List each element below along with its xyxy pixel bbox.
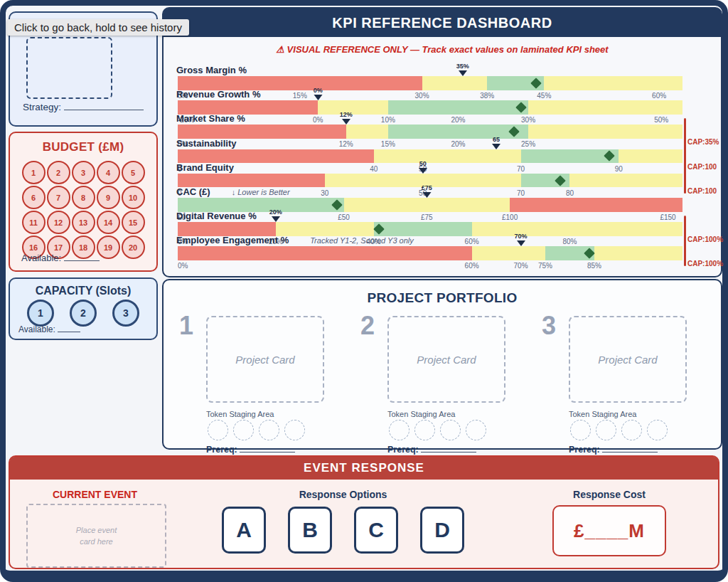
kpi-name: Brand Equity: [176, 162, 234, 173]
kpi-name: Sustainability: [176, 138, 237, 149]
response-option-card-b[interactable]: B: [288, 507, 332, 554]
prereq-row: Prereq:: [569, 444, 658, 455]
kpi-zone-red: [178, 246, 472, 260]
kpi-name: Employee Engagement %: [176, 235, 289, 245]
kpi-cap-line: [684, 118, 686, 144]
kpi-cap-line: [684, 240, 686, 266]
project-card-placeholder: Project Card: [598, 354, 657, 366]
triangle-down-icon: [422, 192, 431, 198]
token-circle-slot[interactable]: [208, 420, 228, 440]
token-circle-slot[interactable]: [647, 420, 668, 440]
event-card-placeholder-line2: card here: [80, 537, 112, 546]
token-circle-slot[interactable]: [259, 420, 279, 440]
kpi-cap-label: CAP:35%: [687, 138, 719, 146]
kpi-marker-label: 35%: [456, 63, 469, 70]
project-portfolio-panel: PROJECT PORTFOLIO 1Project CardToken Sta…: [162, 279, 722, 450]
project-card-slot[interactable]: Project Card: [569, 316, 687, 403]
kpi-marker-label: 70%: [515, 233, 528, 240]
token-circle-slot[interactable]: [389, 420, 410, 440]
budget-token[interactable]: 19: [97, 236, 120, 259]
project-card-placeholder: Project Card: [417, 354, 476, 366]
response-option-card-c[interactable]: C: [354, 507, 398, 554]
budget-token[interactable]: 13: [72, 211, 95, 234]
kpi-row: Market Share %12%0%12%15%20%25%CAP:35%: [178, 112, 682, 136]
token-circle-slot[interactable]: [466, 420, 486, 440]
kpi-cap-label: CAP:100%: [687, 260, 723, 268]
capacity-slot[interactable]: 1: [27, 300, 54, 327]
budget-token[interactable]: 11: [22, 211, 46, 234]
token-circle-slot[interactable]: [233, 420, 254, 440]
kpi-bar: [178, 246, 682, 260]
capacity-slot[interactable]: 3: [112, 300, 139, 327]
triangle-down-icon: [342, 119, 350, 125]
current-event-title: CURRENT EVENT: [26, 489, 164, 500]
budget-token[interactable]: 7: [47, 186, 70, 209]
event-response-title: EVENT RESPONSE: [10, 457, 718, 480]
prereq-row: Prereq:: [387, 444, 476, 455]
response-cost-value: £____M: [574, 520, 645, 542]
token-circle-slot[interactable]: [284, 420, 305, 440]
kpi-name-row: CAC (£)↓ Lower is Better: [176, 185, 290, 198]
token-circle-slot[interactable]: [414, 420, 435, 440]
triangle-down-icon: [459, 70, 467, 76]
budget-token[interactable]: 4: [97, 161, 120, 184]
budget-panel: BUDGET (£M) 1234567891011121314151617181…: [9, 132, 158, 272]
event-card-slot[interactable]: Place event card here: [26, 504, 166, 568]
kpi-name-row: Revenue Growth %: [176, 88, 260, 100]
budget-token[interactable]: 10: [122, 186, 145, 209]
response-option-card-d[interactable]: D: [420, 507, 464, 554]
budget-token[interactable]: 3: [72, 161, 95, 184]
kpi-current-marker: 20%: [269, 208, 282, 222]
kpi-name: CAC (£): [176, 186, 210, 197]
kpi-name: Digital Revenue %: [176, 211, 257, 221]
capacity-available-label: Available:: [18, 324, 55, 334]
budget-token[interactable]: 15: [122, 211, 145, 234]
prereq-blank-line: [240, 444, 295, 453]
budget-token[interactable]: 20: [122, 236, 145, 259]
kpi-zone-yellow: [472, 246, 545, 260]
project-card-slot[interactable]: Project Card: [387, 316, 505, 403]
project-slot: 3Project CardToken Staging AreaPrereq:: [542, 312, 716, 454]
budget-token[interactable]: 14: [97, 211, 120, 234]
capacity-slot[interactable]: 2: [70, 300, 97, 327]
project-slot: 2Project CardToken Staging AreaPrereq:: [360, 312, 535, 454]
kpi-cap-line: [684, 143, 686, 169]
kpi-name-row: Digital Revenue %: [176, 209, 257, 222]
kpi-name-row: Sustainability: [176, 137, 237, 149]
capacity-available-row: Available:: [18, 324, 80, 334]
kpi-cap-line: [684, 167, 686, 194]
budget-available-blank: [64, 253, 100, 261]
kpi-dashboard-title: KPI REFERENCE DASHBOARD: [164, 9, 721, 37]
triangle-down-icon: [272, 216, 280, 222]
kpi-name-row: Employee Engagement %Tracked Y1-2, Score…: [176, 233, 414, 246]
token-circle-slot[interactable]: [596, 420, 616, 440]
kpi-row: Revenue Growth %0%-20%0%10%20%30%50%: [178, 88, 682, 112]
token-circle-slot[interactable]: [440, 420, 461, 440]
kpi-zone-yellow: [594, 246, 682, 260]
budget-token[interactable]: 2: [47, 161, 70, 184]
kpi-current-marker: 50: [419, 160, 427, 174]
token-circle-slot[interactable]: [570, 420, 591, 440]
kpi-tick-row: 0%60%70%75%85%: [178, 262, 682, 270]
budget-token[interactable]: 8: [72, 186, 95, 209]
prereq-blank-line: [602, 444, 658, 453]
history-tooltip: Click to go back, hold to see history: [7, 19, 189, 36]
token-staging-area: [570, 420, 668, 440]
budget-token[interactable]: 5: [122, 161, 145, 184]
response-cost-box[interactable]: £____M: [552, 505, 666, 556]
kpi-current-marker: 70%: [515, 233, 528, 246]
response-option-card-a[interactable]: A: [222, 507, 266, 554]
strategy-card-slot[interactable]: [26, 37, 112, 99]
kpi-marker-label: 50: [419, 160, 427, 167]
token-staging-label: Token Staging Area: [387, 410, 455, 418]
budget-token[interactable]: 1: [22, 161, 46, 184]
budget-token[interactable]: 9: [97, 186, 120, 209]
budget-token[interactable]: 6: [22, 186, 46, 209]
triangle-down-icon: [314, 95, 322, 100]
token-circle-slot[interactable]: [621, 420, 642, 440]
prereq-row: Prereq:: [206, 444, 295, 455]
kpi-current-marker: 0%: [314, 87, 323, 100]
kpi-note: Tracked Y1-2, Scored Y3 only: [310, 236, 414, 245]
budget-token[interactable]: 12: [47, 211, 70, 234]
project-card-slot[interactable]: Project Card: [206, 316, 324, 403]
